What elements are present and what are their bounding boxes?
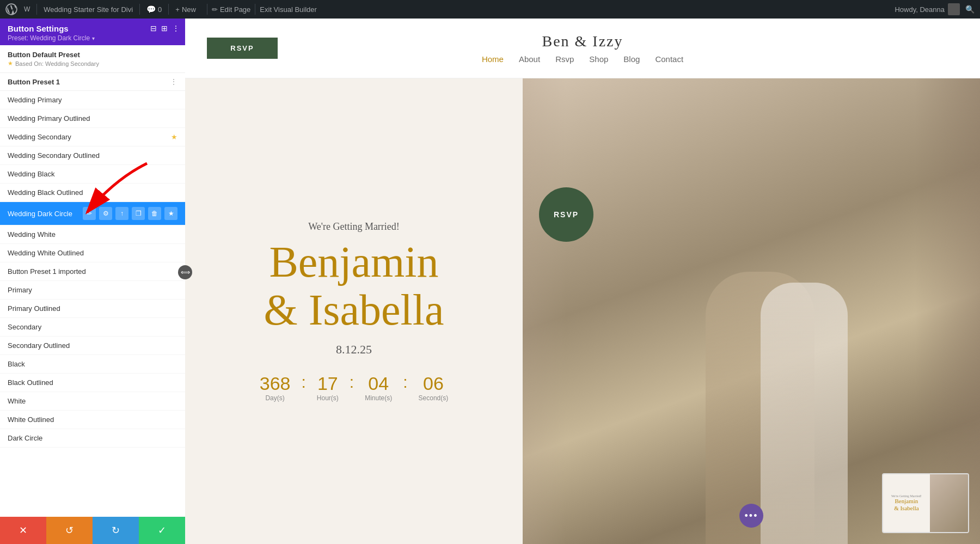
separator2: [139, 4, 140, 15]
star-icon: ★: [171, 133, 177, 141]
countdown-minutes: 04 Minute(s): [365, 373, 392, 402]
preset-item[interactable]: Dark Circle: [0, 429, 185, 448]
save-button[interactable]: ✓: [139, 517, 185, 544]
nav-blog[interactable]: Blog: [623, 54, 640, 64]
comments-link[interactable]: 💬 0: [146, 5, 162, 14]
preset-item[interactable]: White: [0, 392, 185, 411]
wp-logo-label: W: [24, 5, 30, 13]
resize-handle[interactable]: ⟺: [178, 265, 192, 279]
preset-item[interactable]: Wedding White: [0, 225, 185, 244]
website-preview: RSVP Ben & Izzy Home About Rsvp Shop Blo…: [185, 19, 980, 544]
group-label: Button Preset 1: [8, 78, 60, 86]
cancel-button[interactable]: ✕: [0, 517, 46, 544]
save-icon: ✓: [158, 524, 166, 536]
preset-item[interactable]: Secondary Outlined: [0, 337, 185, 355]
preset-label: Button Preset 1 imported: [8, 267, 86, 276]
preset-label: Black Outlined: [8, 378, 53, 387]
reset-button[interactable]: ↺: [46, 517, 93, 544]
nav-contact[interactable]: Contact: [655, 54, 683, 64]
preset-item[interactable]: Wedding Secondary ★: [0, 128, 185, 146]
preset-item[interactable]: Wedding Dark Circle ✏ ⚙ ↑ ❐ 🗑 ★: [0, 202, 185, 225]
preset-item[interactable]: White Outlined: [0, 411, 185, 429]
search-icon[interactable]: 🔍: [965, 5, 975, 14]
based-on-text: Based On: Wedding Secondary: [15, 60, 99, 67]
group-menu-icon[interactable]: ⋮: [170, 77, 177, 86]
hours-label: Hour(s): [317, 394, 339, 402]
preset-label[interactable]: Preset: Wedding Dark Circle: [8, 34, 90, 42]
preset-item[interactable]: Wedding Primary Outlined: [0, 109, 185, 128]
pencil-icon: ✏: [212, 5, 218, 14]
site-title: Ben & Izzy: [278, 33, 887, 50]
preset-label: Wedding Secondary Outlined: [8, 151, 100, 160]
countdown-colon-2: :: [350, 373, 354, 399]
preset-label: Primary: [8, 286, 32, 294]
hero-date: 8.12.25: [336, 343, 372, 357]
hero-title: Benjamin & Isabella: [264, 238, 444, 334]
nav-links: Home About Rsvp Shop Blog Contact: [278, 54, 887, 64]
bottom-toolbar: ✕ ↺ ↻ ✓: [0, 517, 185, 544]
preset-label: Secondary Outlined: [8, 341, 70, 350]
nav-shop[interactable]: Shop: [589, 54, 608, 64]
preset-group-header: Button Preset 1 ⋮: [0, 73, 185, 91]
site-name[interactable]: Wedding Starter Site for Divi: [44, 5, 133, 14]
star-icon: ★: [8, 60, 13, 67]
avatar: [948, 3, 960, 15]
preset-item[interactable]: Wedding Black Outlined: [0, 184, 185, 202]
redo-button[interactable]: ↻: [93, 517, 139, 544]
copy-preset-icon[interactable]: ❐: [132, 207, 145, 220]
seconds-label: Second(s): [419, 394, 449, 402]
nav-rsvp-button[interactable]: RSVP: [207, 38, 278, 59]
active-controls: ✏ ⚙ ↑ ❐ 🗑 ★: [83, 207, 177, 220]
minutes-label: Minute(s): [365, 394, 392, 402]
edit-label: Edit Page: [220, 5, 250, 14]
rsvp-circle-button[interactable]: RSVP: [539, 187, 593, 242]
separator5: [255, 4, 255, 15]
upload-preset-icon[interactable]: ↑: [115, 207, 128, 220]
preset-item[interactable]: Button Preset 1 imported: [0, 262, 185, 281]
preset-label: Wedding Secondary: [8, 133, 71, 141]
resize-icon: ⟺: [181, 268, 190, 276]
nav-rsvp[interactable]: Rsvp: [555, 54, 574, 64]
bubble-icon: 💬: [146, 5, 156, 14]
nav-about[interactable]: About: [519, 54, 540, 64]
star-preset-icon[interactable]: ★: [164, 207, 177, 220]
more-options-icon[interactable]: ⋮: [172, 24, 180, 33]
preset-item[interactable]: Black: [0, 355, 185, 374]
countdown-colon-1: :: [301, 373, 305, 399]
edit-preset-icon[interactable]: ✏: [83, 207, 96, 220]
dots-menu-button[interactable]: •••: [739, 504, 763, 528]
countdown-colon-3: :: [403, 373, 407, 399]
based-on-section: Button Default Preset ★ Based On: Weddin…: [0, 45, 185, 73]
settings-preset-icon[interactable]: ⚙: [99, 207, 112, 220]
chevron-down-icon: ▾: [92, 35, 95, 41]
minimize-icon[interactable]: ⊟: [150, 24, 157, 33]
preset-item[interactable]: Secondary: [0, 318, 185, 337]
preset-list: Button Preset 1 ⋮ Wedding Primary Weddin…: [0, 73, 185, 517]
preset-label: Wedding Primary Outlined: [8, 114, 90, 123]
admin-bar: W Wedding Starter Site for Divi 💬 0 + Ne…: [0, 0, 980, 19]
preset-item[interactable]: Wedding Secondary Outlined: [0, 146, 185, 165]
countdown-days: 368 Day(s): [260, 373, 291, 402]
layout-icon[interactable]: ⊞: [161, 24, 168, 33]
redo-icon: ↻: [112, 524, 120, 536]
preset-item[interactable]: Primary: [0, 281, 185, 299]
preset-item[interactable]: Primary Outlined: [0, 299, 185, 318]
preset-item[interactable]: Wedding White Outlined: [0, 244, 185, 262]
separator4: [207, 4, 207, 15]
hero-section: We're Getting Married! Benjamin & Isabel…: [185, 78, 980, 544]
new-link[interactable]: + New: [175, 5, 196, 14]
button-settings-panel: Button Settings Preset: Wedding Dark Cir…: [0, 19, 185, 544]
hero-right: RSVP ••• We're Getting Married! Benjamin…: [523, 78, 980, 544]
preset-label: Dark Circle: [8, 434, 42, 442]
preset-item[interactable]: Wedding Primary: [0, 91, 185, 109]
howdy-text: Howdy, Deanna: [895, 5, 945, 14]
edit-page-link[interactable]: ✏ Edit Page: [212, 5, 250, 14]
delete-preset-icon[interactable]: 🗑: [148, 207, 161, 220]
preset-item[interactable]: Wedding Black: [0, 165, 185, 184]
based-on-subtitle: ★ Based On: Wedding Secondary: [8, 60, 177, 67]
exit-builder-link[interactable]: Exit Visual Builder: [260, 5, 317, 14]
hero-title-line1: Benjamin: [269, 238, 438, 286]
hero-subtitle: We're Getting Married!: [308, 221, 400, 233]
nav-home[interactable]: Home: [482, 54, 504, 64]
preset-item[interactable]: Black Outlined: [0, 374, 185, 392]
